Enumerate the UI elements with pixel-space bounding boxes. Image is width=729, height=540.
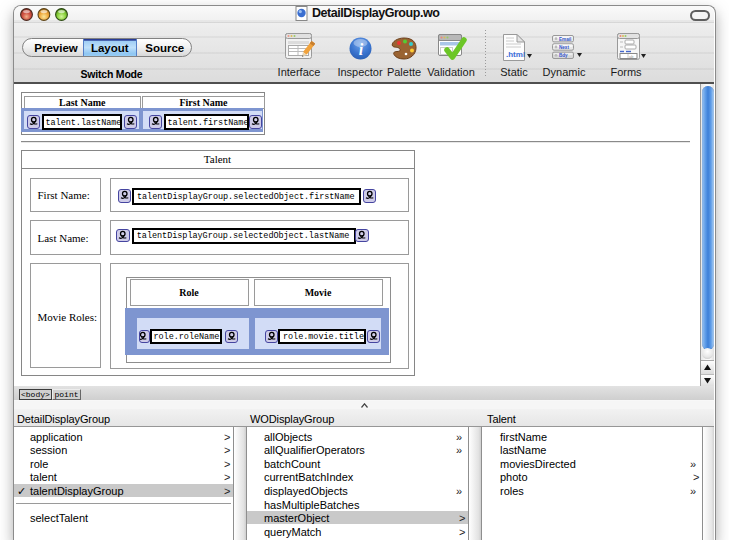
svg-text:.html: .html bbox=[506, 50, 525, 59]
svg-text:ab: ab bbox=[629, 54, 634, 59]
svg-text:Email: Email bbox=[559, 37, 571, 42]
svg-text:i: i bbox=[359, 41, 364, 58]
svg-text:Next: Next bbox=[559, 45, 569, 50]
svg-text:Bdy: Bdy bbox=[559, 53, 568, 58]
